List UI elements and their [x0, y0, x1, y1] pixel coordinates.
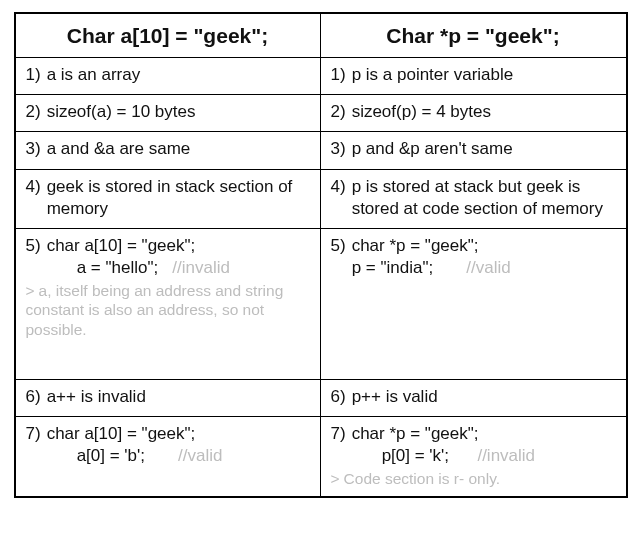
item-number: 3)	[331, 138, 346, 160]
cell-right: 1) p is a pointer variable	[321, 58, 626, 94]
header-pointer: Char *p = "geek";	[321, 14, 626, 57]
note-text: Code section is r- only.	[344, 470, 501, 487]
table-row: 6) a++ is invalid 6) p++ is valid	[16, 379, 626, 416]
table-row: 4) geek is stored in stack section of me…	[16, 169, 626, 228]
item-number: 3)	[26, 138, 41, 160]
header-array: Char a[10] = "geek";	[16, 14, 321, 57]
item-text: sizeof(p) = 4 bytes	[352, 101, 616, 123]
explanation-note: >Code section is r- only.	[331, 469, 616, 488]
cell-right: 3) p and &p aren't same	[321, 132, 626, 168]
item-text: sizeof(a) = 10 bytes	[47, 101, 310, 123]
code-line: char *p = "geek";	[352, 236, 479, 255]
item-number: 1)	[331, 64, 346, 86]
cell-left: 2) sizeof(a) = 10 bytes	[16, 95, 321, 131]
table-row: 7) char a[10] = "geek"; a[0] = 'b'; //va…	[16, 416, 626, 497]
item-number: 4)	[331, 176, 346, 220]
cell-left: 3) a and &a are same	[16, 132, 321, 168]
cell-right: 6) p++ is valid	[321, 380, 626, 416]
code-comment: //valid	[466, 258, 510, 277]
code-line: a[0] = 'b';	[77, 446, 145, 465]
code-line: a = "hello";	[77, 258, 159, 277]
code-line: p = "india";	[352, 258, 434, 277]
code-line: char a[10] = "geek";	[47, 424, 196, 443]
item-number: 2)	[331, 101, 346, 123]
item-text: a is an array	[47, 64, 310, 86]
cell-right: 4) p is stored at stack but geek is stor…	[321, 170, 626, 228]
item-number: 6)	[331, 386, 346, 408]
note-text: a, itself being an address and string co…	[26, 282, 284, 338]
cell-left: 5) char a[10] = "geek"; a = "hello"; //i…	[16, 229, 321, 379]
cell-left: 1) a is an array	[16, 58, 321, 94]
table-row: 3) a and &a are same 3) p and &p aren't …	[16, 131, 626, 168]
item-number: 5)	[331, 235, 346, 279]
table-row: 1) a is an array 1) p is a pointer varia…	[16, 57, 626, 94]
item-number: 5)	[26, 235, 41, 279]
cell-left: 7) char a[10] = "geek"; a[0] = 'b'; //va…	[16, 417, 321, 497]
cell-right: 7) char *p = "geek"; p[0] = 'k'; //inval…	[321, 417, 626, 497]
code-line: char a[10] = "geek";	[47, 236, 196, 255]
item-number: 6)	[26, 386, 41, 408]
item-text: p is stored at stack but geek is stored …	[352, 176, 616, 220]
table-row: 5) char a[10] = "geek"; a = "hello"; //i…	[16, 228, 626, 379]
header-row: Char a[10] = "geek"; Char *p = "geek";	[16, 14, 626, 57]
item-text: a++ is invalid	[47, 386, 310, 408]
code-comment: //valid	[178, 446, 222, 465]
item-text: p is a pointer variable	[352, 64, 616, 86]
item-number: 4)	[26, 176, 41, 220]
item-text: geek is stored in stack section of memor…	[47, 176, 310, 220]
cell-left: 4) geek is stored in stack section of me…	[16, 170, 321, 228]
cell-right: 5) char *p = "geek"; p = "india"; //vali…	[321, 229, 626, 379]
explanation-note: >a, itself being an address and string c…	[26, 281, 310, 339]
code-line: p[0] = 'k';	[382, 446, 449, 465]
item-number: 2)	[26, 101, 41, 123]
code-comment: //invalid	[477, 446, 535, 465]
table-row: 2) sizeof(a) = 10 bytes 2) sizeof(p) = 4…	[16, 94, 626, 131]
item-text: p and &p aren't same	[352, 138, 616, 160]
item-number: 7)	[26, 423, 41, 467]
item-text: a and &a are same	[47, 138, 310, 160]
code-line: char *p = "geek";	[352, 424, 479, 443]
note-marker: >	[26, 282, 35, 299]
item-number: 1)	[26, 64, 41, 86]
code-comment: //invalid	[172, 258, 230, 277]
comparison-table: Char a[10] = "geek"; Char *p = "geek"; 1…	[14, 12, 628, 498]
item-number: 7)	[331, 423, 346, 467]
cell-right: 2) sizeof(p) = 4 bytes	[321, 95, 626, 131]
note-marker: >	[331, 470, 340, 487]
cell-left: 6) a++ is invalid	[16, 380, 321, 416]
item-text: p++ is valid	[352, 386, 616, 408]
